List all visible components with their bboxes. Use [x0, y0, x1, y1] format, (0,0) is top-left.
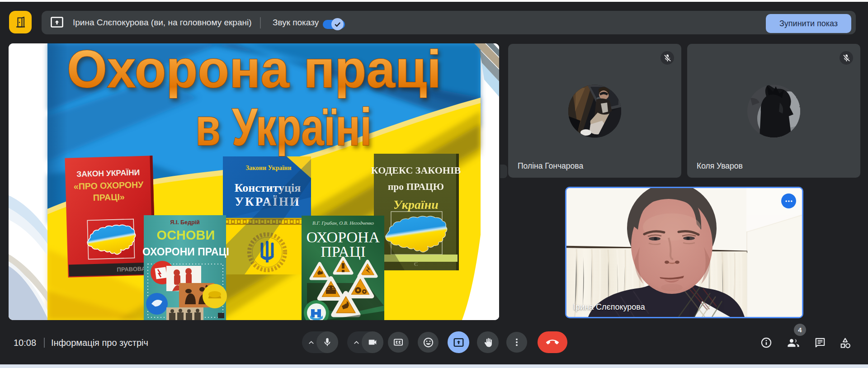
- svg-text:Закони України: Закони України: [246, 165, 292, 171]
- svg-text:ПРАЦІ»: ПРАЦІ»: [93, 192, 125, 203]
- svg-text:ОСНОВИ: ОСНОВИ: [157, 228, 215, 242]
- svg-text:ПРАВОВА: ПРАВОВА: [117, 265, 146, 273]
- svg-text:про ПРАЦЮ: про ПРАЦЮ: [388, 181, 444, 192]
- svg-text:в Україні: в Україні: [195, 98, 372, 156]
- svg-text:України: України: [393, 198, 439, 212]
- svg-text:«ПРО ОХОРОНУ: «ПРО ОХОРОНУ: [74, 179, 144, 191]
- svg-text:В.Г. Грибан, О.В. Негодченко: В.Г. Грибан, О.В. Негодченко: [312, 220, 374, 226]
- svg-text:Є: Є: [414, 260, 418, 267]
- svg-text:Я.І. Бедрій: Я.І. Бедрій: [170, 219, 200, 226]
- svg-text:КОДЕКС ЗАКОНІВ: КОДЕКС ЗАКОНІВ: [371, 165, 461, 176]
- svg-text:Охорона праці: Охорона праці: [67, 43, 441, 99]
- svg-text:ОХОРОНИ ПРАЦІ: ОХОРОНИ ПРАЦІ: [142, 246, 229, 258]
- svg-text:ЗАКОН УКРАЇНИ: ЗАКОН УКРАЇНИ: [76, 168, 140, 179]
